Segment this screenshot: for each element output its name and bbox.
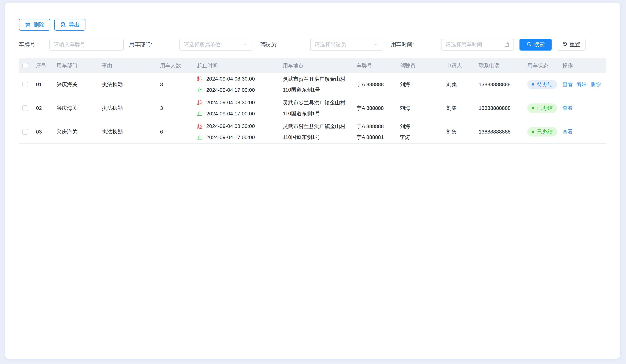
status-dot-icon (532, 131, 534, 133)
delete-button-label: 删除 (33, 21, 44, 29)
table-row: 02 兴庆海关 执法执勤 3 起2024-09-04 08:30:00 止202… (19, 96, 606, 120)
start-time: 2024-09-04 08:30:00 (206, 121, 255, 132)
cell-status: 已办结 (526, 127, 561, 137)
cell-applicant: 刘集 (444, 105, 476, 112)
cell-reason: 执法执勤 (99, 105, 157, 112)
table-header-row: 序号 用车部门 事由 用车人数 起止时间 用车地点 车牌号 驾驶员 申请人 联系… (19, 58, 606, 73)
cell-location: 灵武市贺兰县洪广镇金山村110国道东侧1号 (280, 74, 354, 95)
column-header-index: 序号 (33, 62, 54, 69)
time-date-picker[interactable]: 请选择用车时间 (441, 38, 514, 51)
column-header-driver: 驾驶员 (397, 62, 444, 69)
start-tag: 起 (197, 121, 202, 132)
department-select[interactable]: 请选择所属单位 (179, 38, 252, 51)
export-button-label: 导出 (69, 21, 79, 29)
view-link[interactable]: 查看 (562, 105, 573, 112)
toolbar: 删除 导出 (19, 19, 606, 31)
cell-location: 灵武市贺兰县洪广镇金山村110国道东侧1号 (280, 97, 354, 119)
calendar-icon (504, 42, 509, 47)
column-header-plate: 车牌号 (354, 62, 397, 69)
cell-phone: 13888888888 (476, 105, 526, 111)
table-row: 01 兴庆海关 执法执勤 3 起2024-09-04 08:30:00 止202… (19, 73, 606, 96)
cell-driver: 刘海 (397, 105, 444, 112)
cell-status: 待办结 (526, 80, 561, 89)
row-checkbox[interactable] (22, 105, 28, 111)
driver-select[interactable]: 请选择驾驶员 (310, 38, 383, 51)
view-link[interactable]: 查看 (562, 81, 573, 88)
table-row: 03 兴庆海关 执法执勤 6 起2024-09-04 08:30:00 止202… (19, 120, 606, 144)
department-select-placeholder: 请选择所属单位 (184, 41, 243, 48)
end-tag: 止 (197, 84, 202, 96)
plate-input[interactable]: 请输入车牌号 (49, 38, 124, 51)
search-button[interactable]: 搜索 (519, 38, 551, 51)
cell-index: 02 (33, 105, 54, 111)
cell-location: 灵武市贺兰县洪广镇金山村110国道东侧1号 (280, 121, 354, 143)
row-checkbox[interactable] (22, 129, 28, 135)
cell-department: 兴庆海关 (54, 128, 99, 135)
end-time: 2024-09-04 17:00:00 (206, 108, 255, 119)
delete-link[interactable]: 删除 (590, 81, 601, 88)
cell-plate: 宁A 888888 (354, 81, 397, 88)
status-badge: 已办结 (527, 104, 557, 113)
cell-time: 起2024-09-04 08:30:00 止2024-09-04 17:00:0… (194, 73, 280, 96)
cell-phone: 13888888888 (476, 81, 526, 87)
page: { "colors": { "primary": "#1787fa", "pag… (0, 0, 626, 364)
cell-index: 01 (33, 81, 54, 87)
cell-driver: 刘海 (397, 81, 444, 88)
cell-actions: 查看 (561, 128, 607, 135)
magnifier-icon (526, 41, 532, 48)
time-picker-placeholder: 请选择用车时间 (446, 41, 504, 48)
end-time: 2024-09-04 17:00:00 (206, 132, 255, 143)
database-export-icon (60, 22, 66, 28)
status-badge: 待办结 (527, 80, 557, 89)
cell-time: 起2024-09-04 08:30:00 止2024-09-04 17:00:0… (194, 121, 280, 143)
cell-applicant: 刘集 (444, 128, 476, 135)
cell-department: 兴庆海关 (54, 105, 99, 112)
end-tag: 止 (197, 132, 202, 143)
status-dot-icon (532, 83, 534, 86)
select-all-checkbox[interactable] (22, 63, 28, 69)
chevron-down-icon (374, 42, 379, 47)
column-header-phone: 联系电话 (476, 62, 526, 69)
plate-filter-label: 车牌号： (19, 41, 49, 48)
column-header-time: 起止时间 (194, 62, 280, 69)
end-tag: 止 (197, 108, 202, 119)
cell-people: 3 (157, 105, 194, 111)
column-header-department: 用车部门 (54, 62, 99, 69)
column-header-location: 用车地点 (280, 60, 354, 71)
driver-filter-label: 驾驶员: (260, 41, 310, 48)
row-checkbox[interactable] (22, 82, 28, 87)
department-filter-label: 用车部门: (129, 41, 179, 48)
end-time: 2024-09-04 17:00:00 (206, 84, 255, 96)
status-badge: 已办结 (527, 127, 557, 137)
undo-arrow-icon (562, 41, 567, 48)
start-time: 2024-09-04 08:30:00 (206, 73, 255, 84)
export-button[interactable]: 导出 (54, 19, 85, 31)
time-filter-label: 用车时间: (391, 41, 441, 48)
cell-index: 03 (33, 129, 54, 135)
reset-button-label: 重置 (570, 41, 581, 48)
start-time: 2024-09-04 08:30:00 (206, 97, 255, 108)
cell-applicant: 刘集 (444, 81, 476, 88)
trash-icon (25, 22, 31, 28)
start-tag: 起 (197, 73, 202, 84)
view-link[interactable]: 查看 (562, 128, 573, 135)
cell-department: 兴庆海关 (54, 81, 99, 88)
column-header-actions: 操作 (561, 62, 607, 69)
content-card: 删除 导出 车牌号： 请输入车牌号 用车部门: 请选择所属单位 (5, 2, 620, 359)
cell-plate: 宁A 888888 (354, 105, 397, 112)
cell-actions: 查看 (561, 105, 607, 112)
reset-button[interactable]: 重置 (557, 38, 586, 51)
column-header-status: 用车状态 (526, 62, 561, 69)
delete-button[interactable]: 删除 (19, 19, 50, 31)
driver-select-placeholder: 请选择驾驶员 (315, 41, 374, 48)
edit-link[interactable]: 编辑 (576, 81, 587, 88)
cell-reason: 执法执勤 (99, 81, 157, 88)
column-header-people: 用车人数 (157, 62, 194, 69)
cell-people: 3 (157, 81, 194, 87)
cell-driver: 刘海 李涛 (397, 121, 444, 143)
chevron-down-icon (243, 42, 248, 47)
search-button-label: 搜索 (534, 41, 545, 48)
start-tag: 起 (197, 97, 202, 108)
cell-actions: 查看 编辑 删除 (561, 81, 607, 88)
column-header-applicant: 申请人 (444, 62, 476, 69)
